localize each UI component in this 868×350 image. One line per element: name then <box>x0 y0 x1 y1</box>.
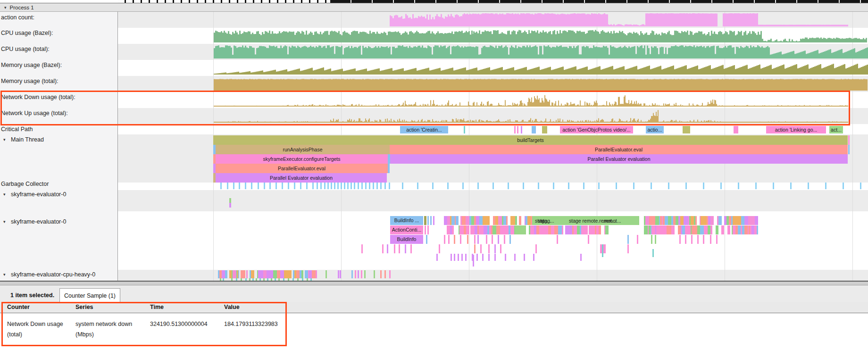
critical-path-slice-action-creatin-[interactable]: action 'Creatin... <box>400 126 448 133</box>
dense-slice[interactable] <box>738 216 741 225</box>
evaluator-slice[interactable] <box>427 216 429 225</box>
thin-slice-tick[interactable] <box>535 244 537 253</box>
counter-track-cpu-usage-total-[interactable] <box>118 44 868 60</box>
dense-slice[interactable] <box>680 216 684 225</box>
dense-slice[interactable] <box>484 225 487 234</box>
dense-slice[interactable] <box>710 216 714 225</box>
dense-slice[interactable] <box>667 225 670 234</box>
thin-slice-tick[interactable] <box>439 244 440 253</box>
evaluator-slice[interactable] <box>515 225 526 234</box>
thin-slice-tick[interactable] <box>374 270 375 278</box>
dense-slice[interactable] <box>562 225 563 234</box>
thin-slice-tick[interactable] <box>494 254 496 261</box>
thin-slice-tick[interactable] <box>476 254 478 261</box>
thin-slice-tick[interactable] <box>460 235 461 244</box>
dense-slice[interactable] <box>668 216 671 225</box>
thin-slice-tick[interactable] <box>703 235 704 244</box>
main-thread-slice-parallelevaluator-eval[interactable]: ParallelEvaluator.eval <box>216 164 388 173</box>
dense-slice[interactable] <box>471 225 475 234</box>
thin-slice-tick[interactable] <box>389 270 391 278</box>
thin-slice-tick[interactable] <box>710 235 711 244</box>
dense-slice[interactable] <box>505 225 509 234</box>
panel-splitter[interactable] <box>0 281 868 285</box>
thin-slice-tick[interactable] <box>637 235 638 244</box>
thin-slice-tick[interactable] <box>410 244 412 253</box>
thin-slice-tick[interactable] <box>524 254 525 261</box>
thin-slice-tick[interactable] <box>533 254 534 261</box>
thin-slice-tick[interactable] <box>685 235 686 244</box>
sidebar-item-skyframe-evaluator-0[interactable]: ▾skyframe-evaluator-0 <box>0 189 117 200</box>
thin-slice-tick[interactable] <box>461 254 463 261</box>
thin-slice-tick[interactable] <box>454 235 455 244</box>
chevron-down-icon[interactable]: ▾ <box>3 137 11 142</box>
main-thread-slice-runanalysisphase[interactable]: runAnalysisPhase <box>216 145 390 154</box>
dense-slice[interactable] <box>462 216 466 225</box>
dense-slice[interactable] <box>466 225 469 234</box>
dense-slice[interactable] <box>710 225 712 234</box>
details-table-body[interactable]: Network Down usage (total)system network… <box>0 313 868 350</box>
dense-slice[interactable] <box>568 225 572 234</box>
counter-track-network-up-usage-total-[interactable] <box>118 108 868 124</box>
thin-slice-tick[interactable] <box>351 270 353 278</box>
dense-slice[interactable] <box>251 270 254 278</box>
dense-slice[interactable] <box>222 270 225 278</box>
dense-slice[interactable] <box>751 216 755 225</box>
dense-slice[interactable] <box>748 216 751 225</box>
main-thread-slice-parallel-evaluator-evaluation[interactable]: Parallel Evaluator evaluation <box>390 154 848 164</box>
critical-path-slice[interactable] <box>521 126 522 133</box>
thin-slice-tick[interactable] <box>492 235 493 244</box>
main-thread-slice-parallelevaluator-eval[interactable]: ParallelEvaluator.eval <box>390 145 848 154</box>
thin-slice-tick[interactable] <box>627 235 629 244</box>
thin-slice-tick[interactable] <box>505 254 506 261</box>
counter-track-memory-usage-bazel-[interactable] <box>118 60 868 76</box>
dense-slice[interactable] <box>288 270 292 278</box>
counter-track-action-count-[interactable] <box>118 12 868 28</box>
sidebar-item-critical-path[interactable]: Critical Path <box>0 124 117 134</box>
dense-slice[interactable] <box>734 216 738 225</box>
thin-slice-tick[interactable] <box>474 235 476 244</box>
dense-slice[interactable] <box>516 216 517 225</box>
table-cell[interactable]: system network down (Mbps) <box>75 319 144 340</box>
dense-slice[interactable] <box>238 270 239 278</box>
dense-slice[interactable] <box>665 216 668 225</box>
dense-slice[interactable] <box>565 225 568 234</box>
counter-track-network-down-usage-total-[interactable] <box>118 92 868 108</box>
thin-slice-tick[interactable] <box>474 244 476 253</box>
evaluator-slice[interactable] <box>430 216 432 225</box>
dense-slice[interactable] <box>506 216 508 225</box>
counter-track-memory-usage-total-[interactable] <box>118 76 868 92</box>
thin-slice-tick[interactable] <box>627 244 629 253</box>
thin-slice-tick[interactable] <box>588 235 589 244</box>
thin-slice-tick[interactable] <box>465 254 467 261</box>
thin-slice-tick[interactable] <box>355 270 356 278</box>
evaluator-slice[interactable] <box>424 216 426 225</box>
evaluator-slice[interactable] <box>229 198 231 203</box>
main-thread-slice[interactable] <box>388 164 390 173</box>
dense-slice[interactable] <box>755 216 758 225</box>
dense-slice[interactable] <box>244 270 245 278</box>
critical-path-slice-act-[interactable]: act... <box>829 126 843 133</box>
thin-slice-tick[interactable] <box>679 235 681 244</box>
dense-slice[interactable] <box>671 225 675 234</box>
thin-slice-tick[interactable] <box>488 254 490 261</box>
chevron-down-icon[interactable]: ▾ <box>3 272 11 277</box>
dense-slice[interactable] <box>444 216 447 225</box>
dense-slice[interactable] <box>456 216 459 225</box>
evaluator-slice[interactable] <box>229 203 231 208</box>
dense-slice[interactable] <box>519 216 521 225</box>
thin-slice-tick[interactable] <box>557 235 558 244</box>
sidebar-item-memory-usage-bazel-[interactable]: Memory usage (Bazel): <box>0 60 117 70</box>
critical-path-slice-action-linking-go-[interactable]: action 'Linking go... <box>766 126 826 133</box>
thin-slice-tick[interactable] <box>716 235 718 244</box>
dense-slice[interactable] <box>718 216 722 225</box>
dense-slice[interactable] <box>649 216 652 225</box>
table-cell[interactable]: Network Down usage (total) <box>7 319 68 340</box>
thin-slice-tick[interactable] <box>494 244 496 253</box>
dense-slice[interactable] <box>488 216 490 225</box>
table-cell[interactable]: 184.1793113323983 <box>224 319 285 329</box>
dense-slice[interactable] <box>476 216 479 225</box>
critical-path-slice[interactable] <box>734 126 738 133</box>
dense-slice[interactable] <box>225 270 227 278</box>
dense-slice[interactable] <box>717 225 718 234</box>
thin-slice-tick[interactable] <box>504 235 505 244</box>
